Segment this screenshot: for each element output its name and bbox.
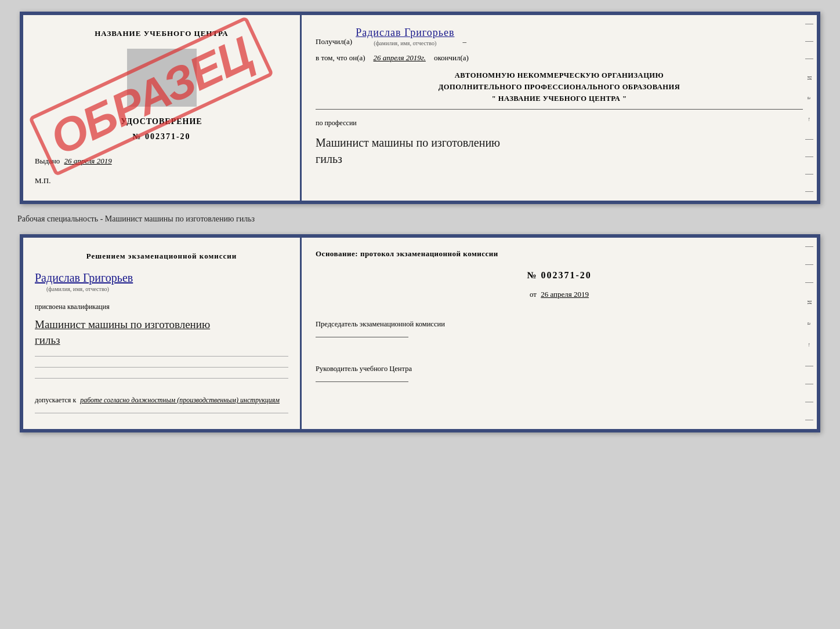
dop-line-filler (35, 413, 288, 413)
osnovanie-title: Основание: протокол экзаменационной коми… (316, 249, 803, 259)
mp-label: М.П. (35, 176, 288, 186)
po-professii-label: по профессии (316, 119, 803, 128)
vtom-row: в том, что он(а) 26 апреля 2019г. окончи… (316, 53, 803, 63)
vydano-row: Выдано 26 апреля 2019 (35, 157, 288, 166)
top-doc-right: Получил(а) Радислав Григорьев (фамилия, … (302, 15, 817, 201)
top-document: НАЗВАНИЕ УЧЕБНОГО ЦЕНТРА УДОСТОВЕРЕНИЕ №… (20, 12, 820, 204)
bottom-doc-right: Основание: протокол экзаменационной коми… (302, 238, 817, 429)
poluchil-row: Получил(а) Радислав Григорьев (фамилия, … (316, 27, 803, 46)
qual-line-filler-2 (35, 367, 288, 368)
bottom-doc-left: Решением экзаменационной комиссии Радисл… (23, 238, 302, 429)
side-decorations: И а ← (804, 15, 814, 201)
document-number: № 002371-20 (35, 132, 288, 141)
side-dash-4 (805, 139, 813, 140)
b-side-dash-7 (805, 420, 813, 420)
b-side-dash-1 (805, 246, 813, 247)
b-side-dash-6 (805, 402, 813, 402)
bottom-side-decorations: И а ← (804, 238, 814, 429)
qual-line-filler-1 (35, 356, 288, 357)
caption-row: Рабочая специальность - Машинист машины … (12, 214, 255, 224)
protocol-number: № 002371-20 (316, 270, 803, 281)
side-dash-5 (805, 157, 813, 157)
org-line2: ДОПОЛНИТЕЛЬНОГО ПРОФЕССИОНАЛЬНОГО ОБРАЗО… (316, 81, 803, 93)
photo-placeholder (127, 49, 197, 107)
bottom-fio-hint: (фамилия, имя, отчество) (46, 286, 109, 292)
b-side-letter-arrow: ← (806, 342, 813, 348)
profession-name: Машинист машины по изготовлению гильз (316, 134, 803, 167)
dopuskaetsya-label: допускается к (35, 396, 76, 404)
b-side-dash-5 (805, 384, 813, 384)
top-left-title: НАЗВАНИЕ УЧЕБНОГО ЦЕНТРА (35, 29, 288, 38)
qual-line-filler-3 (35, 378, 288, 379)
vtom-label: в том, что он(а) (316, 53, 365, 63)
rukovoditel-signature-line (316, 381, 408, 382)
org-block: АВТОНОМНУЮ НЕКОММЕРЧЕСКУЮ ОРГАНИЗАЦИЮ ДО… (316, 70, 803, 110)
resheniyem-title: Решением экзаменационной комиссии (35, 252, 288, 261)
okonchil-label: окончил(а) (434, 53, 469, 63)
org-name: " НАЗВАНИЕ УЧЕБНОГО ЦЕНТРА " (316, 93, 803, 104)
side-dash-7 (805, 191, 813, 192)
side-letter-a: а (806, 97, 813, 99)
rukovoditel-label: Руководитель учебного Центра (316, 362, 803, 376)
b-side-dash-3 (805, 282, 813, 283)
qualification-name: Машинист машины по изготовлению гильз (35, 317, 288, 348)
ot-label: от (530, 290, 537, 299)
top-doc-left: НАЗВАНИЕ УЧЕБНОГО ЦЕНТРА УДОСТОВЕРЕНИЕ №… (23, 15, 302, 201)
ot-date-value: 26 апреля 2019 (541, 290, 589, 299)
recipient-name: Радислав Григорьев (356, 27, 454, 39)
b-side-letter-i: И (806, 300, 813, 304)
dopuskaetsya-block: допускается к работе согласно должностны… (35, 396, 288, 405)
completion-date: 26 апреля 2019г. (374, 53, 426, 63)
bottom-document: Решением экзаменационной комиссии Радисл… (20, 234, 820, 432)
org-line1: АВТОНОМНУЮ НЕКОММЕРЧЕСКУЮ ОРГАНИЗАЦИЮ (316, 70, 803, 81)
predsedatel-label: Председатель экзаменационной комиссии (316, 318, 803, 331)
vydano-date: 26 апреля 2019 (64, 157, 112, 165)
side-dash-1 (805, 24, 813, 24)
side-dash-2 (805, 41, 813, 42)
b-side-dash-2 (805, 264, 813, 265)
predsedatel-block: Председатель экзаменационной комиссии (316, 318, 803, 344)
side-letter-i: И (806, 76, 813, 80)
bottom-person-name: Радислав Григорьев (35, 271, 133, 285)
dopuskaetsya-text: работе согласно должностным (производств… (80, 396, 280, 404)
prisvoena-label: присвоена квалификация (35, 303, 288, 311)
side-letter-arrow: ← (806, 117, 813, 122)
udostoverenie-label: УДОСТОВЕРЕНИЕ (35, 117, 288, 126)
side-dash-3 (805, 59, 813, 59)
dash1: – (462, 37, 466, 46)
b-side-dash-4 (805, 366, 813, 366)
bottom-name-block: Радислав Григорьев (фамилия, имя, отчест… (35, 271, 288, 292)
ot-date: от 26 апреля 2019 (316, 290, 803, 299)
poluchil-label: Получил(а) (316, 37, 352, 46)
b-side-letter-a: а (806, 322, 813, 325)
predsedatel-signature-line (316, 337, 408, 337)
side-dash-6 (805, 174, 813, 174)
vydano-label: Выдано (35, 157, 60, 165)
rukovoditel-block: Руководитель учебного Центра (316, 362, 803, 388)
fio-hint-top: (фамилия, имя, отчество) (374, 40, 436, 46)
